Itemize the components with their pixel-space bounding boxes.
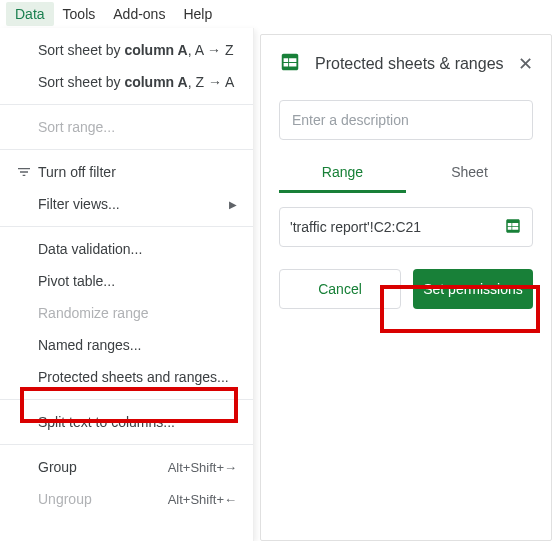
sheets-icon — [279, 51, 301, 76]
set-permissions-button[interactable]: Set permissions — [413, 269, 533, 309]
description-input[interactable] — [279, 100, 533, 140]
menu-split-text[interactable]: Split text to columns... — [0, 406, 253, 438]
menu-randomize-range: Randomize range — [0, 297, 253, 329]
panel-tabs: Range Sheet — [279, 158, 533, 193]
menu-group[interactable]: Group Alt+Shift+→ — [0, 451, 253, 483]
chevron-right-icon: ▶ — [229, 199, 237, 210]
menu-sort-range: Sort range... — [0, 111, 253, 143]
menu-separator — [0, 444, 253, 445]
select-range-icon[interactable] — [504, 217, 522, 238]
menu-ungroup: Ungroup Alt+Shift+← — [0, 483, 253, 515]
range-value: 'traffic report'!C2:C21 — [290, 219, 504, 235]
menu-named-ranges[interactable]: Named ranges... — [0, 329, 253, 361]
panel-title: Protected sheets & ranges — [315, 55, 504, 73]
tab-sheet[interactable]: Sheet — [406, 158, 533, 193]
menu-separator — [0, 399, 253, 400]
menubar-addons[interactable]: Add-ons — [104, 2, 174, 26]
range-input-box[interactable]: 'traffic report'!C2:C21 — [279, 207, 533, 247]
cancel-button[interactable]: Cancel — [279, 269, 401, 309]
menubar-data[interactable]: Data — [6, 2, 54, 26]
data-dropdown-menu: Sort sheet by column A, A → Z Sort sheet… — [0, 28, 254, 541]
menubar-tools[interactable]: Tools — [54, 2, 105, 26]
menubar: Data Tools Add-ons Help — [0, 0, 558, 28]
menu-separator — [0, 226, 253, 227]
shortcut-label: Alt+Shift+← — [168, 492, 237, 507]
menu-turn-off-filter[interactable]: Turn off filter — [0, 156, 253, 188]
menu-separator — [0, 104, 253, 105]
menu-separator — [0, 149, 253, 150]
menu-pivot-table[interactable]: Pivot table... — [0, 265, 253, 297]
tab-range[interactable]: Range — [279, 158, 406, 193]
shortcut-label: Alt+Shift+→ — [168, 460, 237, 475]
filter-icon — [12, 164, 36, 180]
menubar-help[interactable]: Help — [174, 2, 221, 26]
menu-protected-sheets-ranges[interactable]: Protected sheets and ranges... — [0, 361, 253, 393]
menu-sort-sheet-za[interactable]: Sort sheet by column A, Z → A — [0, 66, 253, 98]
menu-data-validation[interactable]: Data validation... — [0, 233, 253, 265]
close-icon[interactable]: ✕ — [518, 53, 533, 75]
menu-filter-views[interactable]: Filter views... ▶ — [0, 188, 253, 220]
menu-sort-sheet-az[interactable]: Sort sheet by column A, A → Z — [0, 34, 253, 66]
protected-sheets-panel: Protected sheets & ranges ✕ Range Sheet … — [260, 34, 552, 541]
